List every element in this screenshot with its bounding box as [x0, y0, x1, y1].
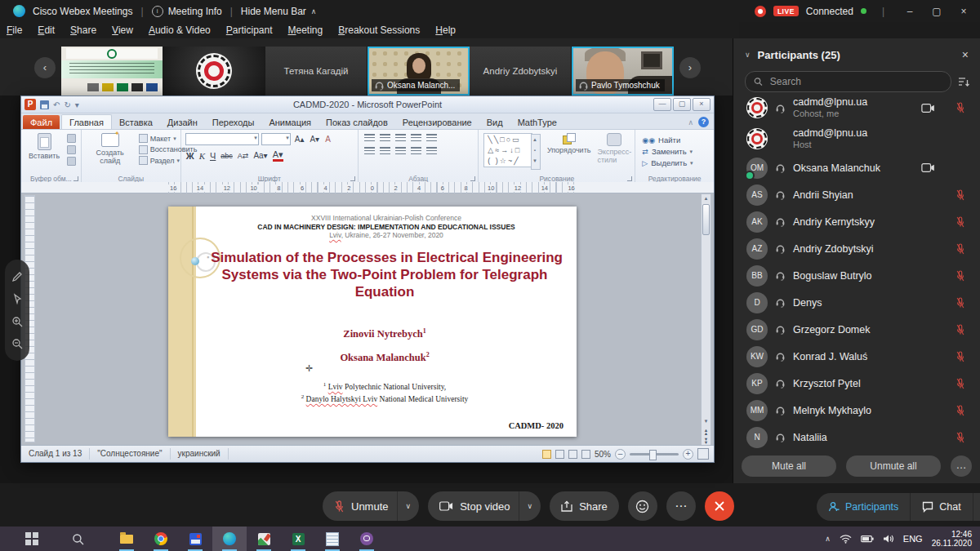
participant-row[interactable]: AKAndriy Kernytskyy [733, 208, 980, 235]
theme-name[interactable]: "Солнцестояние" [90, 448, 170, 460]
columns-icon[interactable] [426, 147, 437, 155]
webex-taskbar-button[interactable] [212, 527, 247, 551]
reading-view-button[interactable] [568, 450, 577, 459]
sort-participants-icon[interactable] [958, 77, 970, 87]
participant-search[interactable] [745, 71, 951, 92]
ppt-tab-3[interactable]: Дизайн [160, 115, 205, 129]
bold-button[interactable]: Ж [186, 151, 194, 161]
menu-item-participant[interactable]: Participant [226, 24, 273, 36]
mic-muted-icon[interactable] [956, 297, 969, 309]
chevron-down-icon[interactable]: ∨ [745, 51, 751, 59]
slide[interactable]: XXVIII International Ukrainian-Polish Co… [168, 207, 577, 437]
zoom-out-button[interactable]: – [615, 449, 626, 460]
close-participants-icon[interactable]: × [962, 48, 969, 61]
participant-row[interactable]: KWKonrad J. Waluś [733, 343, 980, 370]
participant-row[interactable]: cadmd@lpnu.uaCohost, me [733, 92, 980, 123]
align-right-icon[interactable] [395, 147, 406, 155]
scroll-down-icon[interactable]: ▼ [704, 417, 709, 426]
image-editor-button[interactable] [247, 527, 281, 551]
increase-indent-icon[interactable] [411, 134, 421, 142]
shrink-font-button[interactable]: A▾ [308, 135, 321, 144]
previous-slide-button[interactable]: ▲▲ [704, 429, 708, 435]
ppt-tab-2[interactable]: Вставка [112, 115, 160, 129]
align-left-icon[interactable] [364, 147, 375, 155]
file-explorer-button[interactable] [109, 527, 144, 551]
unmute-all-button[interactable]: Unmute all [846, 455, 941, 477]
video-thumbnail-1[interactable] [163, 47, 265, 96]
menu-item-file[interactable]: File [7, 24, 22, 36]
fit-to-window-button[interactable] [697, 448, 709, 460]
scroll-up-icon[interactable]: ▲ [702, 194, 710, 203]
close-button[interactable]: × [954, 6, 973, 17]
save-app-button[interactable] [178, 527, 212, 551]
menu-item-audio-video[interactable]: Audio & Video [149, 24, 211, 36]
strikethrough-button[interactable]: abc [220, 152, 233, 160]
ppt-tab-8[interactable]: Вид [479, 115, 510, 129]
font-size-combobox[interactable] [261, 133, 291, 145]
font-color-button[interactable]: А▾ [273, 149, 283, 162]
meeting-info-button[interactable]: i Meeting Info [152, 6, 222, 17]
zoom-slider[interactable] [630, 453, 679, 455]
zoom-slider-thumb[interactable] [649, 450, 657, 460]
zoom-out-icon[interactable] [11, 338, 23, 349]
ppt-tab-6[interactable]: Показ слайдов [318, 115, 395, 129]
more-panels-button[interactable]: ⋯ [973, 493, 980, 521]
mute-all-button[interactable]: Mute all [742, 455, 836, 477]
wifi-icon[interactable] [840, 534, 852, 544]
mic-muted-icon[interactable] [956, 270, 969, 282]
clock[interactable]: 12:46 26.11.2020 [932, 530, 972, 548]
participant-row[interactable]: OMOksana Malanchuk [733, 154, 980, 181]
reactions-button[interactable] [628, 491, 657, 521]
underline-button[interactable]: Ч [210, 151, 216, 161]
ppt-close-button[interactable]: × [693, 98, 710, 111]
excel-button[interactable]: X [281, 527, 315, 551]
numbering-icon[interactable] [380, 134, 390, 142]
hide-menu-bar-button[interactable]: Hide Menu Bar ∧ [241, 6, 317, 17]
zoom-in-icon[interactable] [11, 316, 23, 327]
video-thumbnail-5[interactable]: Pavlo Tymoshchuk [572, 47, 674, 96]
start-button[interactable] [15, 527, 49, 551]
menu-item-share[interactable]: Share [70, 24, 96, 36]
ppt-tab-1[interactable]: Главная [61, 114, 112, 129]
mic-muted-icon[interactable] [956, 324, 969, 335]
replace-button[interactable]: ⇄Заменить▾ [642, 147, 714, 156]
next-slide-button[interactable]: ▼▼ [704, 438, 708, 444]
minimize-button[interactable]: – [900, 6, 920, 17]
minimize-ribbon-icon[interactable]: ∧ [688, 118, 693, 127]
select-button[interactable]: ▷Выделить▾ [642, 158, 714, 167]
participants-toggle-button[interactable]: Participants [817, 493, 910, 521]
tray-expand-icon[interactable]: ∧ [825, 535, 831, 543]
clear-formatting-button[interactable]: A [323, 135, 332, 144]
leave-meeting-button[interactable] [705, 491, 734, 521]
bullets-icon[interactable] [364, 134, 375, 142]
shapes-gallery-scrollbar[interactable]: ▲▪▼ [531, 134, 541, 170]
battery-icon[interactable] [861, 535, 874, 543]
format-painter-icon[interactable] [67, 157, 76, 166]
chrome-button[interactable] [144, 527, 178, 551]
character-spacing-button[interactable]: A⇄ [238, 152, 249, 160]
laser-pointer-icon[interactable] [11, 293, 23, 304]
chat-toggle-button[interactable]: Chat [910, 493, 972, 521]
dialog-launcher-icon[interactable] [627, 176, 632, 181]
line-spacing-icon[interactable] [426, 134, 437, 142]
italic-button[interactable]: К [199, 151, 205, 161]
justify-icon[interactable] [411, 147, 421, 155]
slideshow-view-button[interactable] [581, 450, 590, 459]
normal-view-button[interactable] [542, 450, 551, 459]
ppt-tab-7[interactable]: Рецензирование [395, 115, 479, 129]
vertical-scrollbar[interactable]: ▲ ▼ ▲▲ ▼▼ [701, 193, 711, 446]
copy-icon[interactable] [67, 145, 76, 154]
stop-video-button[interactable]: Stop video ∨ [428, 491, 541, 521]
dialog-launcher-icon[interactable] [470, 176, 475, 181]
decrease-indent-icon[interactable] [395, 134, 406, 142]
font-name-combobox[interactable] [185, 133, 259, 145]
mic-muted-icon[interactable] [956, 432, 969, 443]
ppt-restore-button[interactable]: ▢ [673, 98, 691, 111]
ppt-tab-4[interactable]: Переходы [205, 115, 262, 129]
find-button[interactable]: ◉◉Найти [642, 136, 714, 144]
shapes-gallery[interactable]: ╲╲□○▭△≈→↓□( )☆~╱ ▲▪▼ [483, 133, 532, 167]
mic-muted-icon[interactable] [956, 189, 969, 201]
mic-muted-icon[interactable] [956, 351, 969, 362]
help-icon[interactable]: ? [698, 117, 709, 127]
menu-item-help[interactable]: Help [435, 24, 456, 36]
